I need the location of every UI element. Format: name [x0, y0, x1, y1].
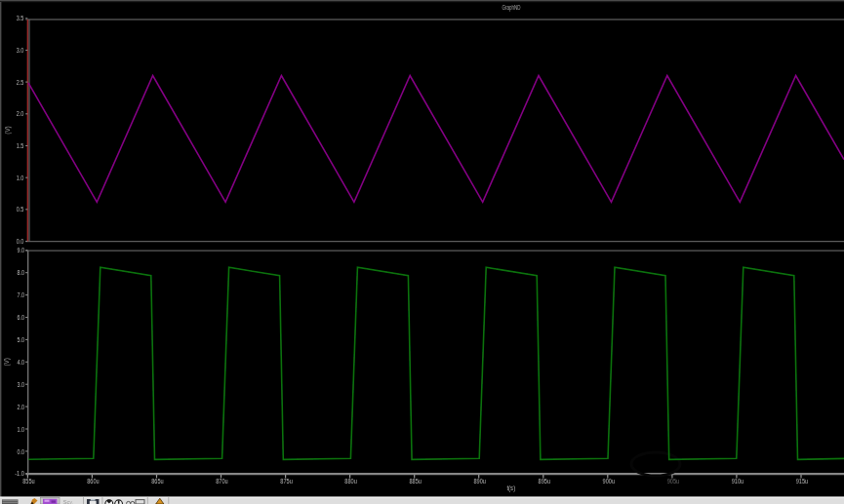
svg-text:2.0: 2.0: [17, 404, 24, 410]
svg-text:7.0: 7.0: [17, 291, 24, 298]
svg-text:5.0: 5.0: [17, 336, 24, 343]
svg-text:2.5: 2.5: [17, 79, 24, 86]
svg-text:Scy.: Scy.: [63, 499, 73, 504]
svg-text:915u: 915u: [796, 478, 809, 485]
svg-text:1.0: 1.0: [17, 174, 24, 181]
svg-text:0.0: 0.0: [17, 448, 24, 455]
svg-text:2.0: 2.0: [17, 110, 24, 117]
svg-text:6.0: 6.0: [17, 314, 24, 321]
svg-text:3.5: 3.5: [17, 15, 24, 21]
svg-text:885u: 885u: [409, 478, 422, 485]
svg-text:3.0: 3.0: [17, 381, 24, 388]
svg-text:900u: 900u: [603, 478, 616, 485]
svg-text:9.0: 9.0: [17, 247, 24, 253]
svg-text:GraphND: GraphND: [502, 4, 521, 12]
svg-text:3.0: 3.0: [17, 47, 24, 54]
svg-text:t(s): t(s): [506, 485, 515, 492]
svg-text:8.0: 8.0: [17, 269, 24, 276]
svg-text:-1.0: -1.0: [15, 470, 24, 477]
svg-text:865u: 865u: [151, 478, 164, 485]
svg-text:1.5: 1.5: [17, 142, 24, 149]
svg-text:855u: 855u: [22, 478, 35, 485]
svg-text:910u: 910u: [732, 478, 744, 485]
svg-text:(V): (V): [4, 358, 12, 366]
svg-text:(V): (V): [4, 126, 12, 134]
svg-text:870u: 870u: [216, 478, 228, 485]
svg-text:895u: 895u: [539, 478, 551, 485]
svg-text:880u: 880u: [344, 478, 357, 485]
svg-text:890u: 890u: [473, 478, 486, 485]
svg-text:860u: 860u: [87, 478, 100, 485]
svg-text:0.0: 0.0: [17, 238, 24, 245]
svg-text:1.0: 1.0: [17, 426, 24, 433]
svg-text:0.5: 0.5: [17, 206, 24, 213]
svg-text:875u: 875u: [280, 478, 293, 485]
svg-text:4.0: 4.0: [17, 359, 24, 366]
svg-text:905u: 905u: [667, 478, 680, 485]
